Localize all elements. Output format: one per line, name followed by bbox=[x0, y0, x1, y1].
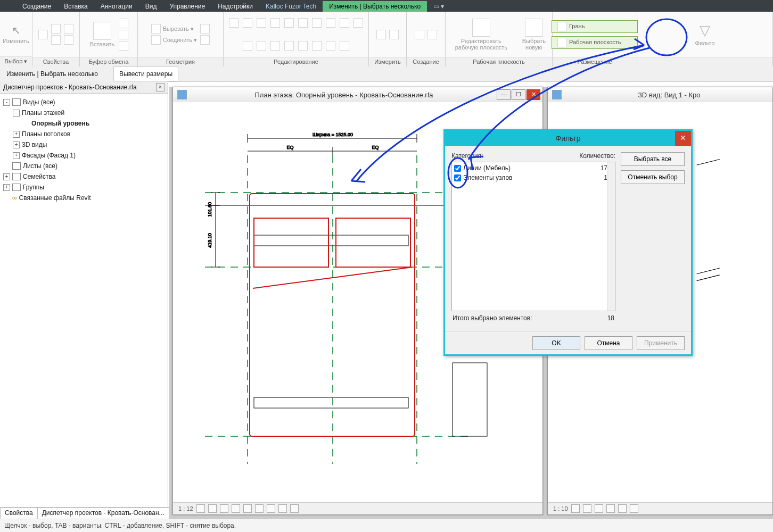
shadows-icon[interactable] bbox=[243, 504, 252, 513]
menu-tab[interactable]: Создание bbox=[16, 1, 57, 12]
crop-icon[interactable] bbox=[618, 504, 627, 513]
shadows-icon[interactable] bbox=[606, 504, 615, 513]
crop-icon[interactable] bbox=[255, 504, 264, 513]
option-button[interactable]: Вывести размеры bbox=[113, 66, 178, 81]
visual-style-icon[interactable] bbox=[220, 504, 228, 513]
tree-item-label[interactable]: Виды (все) bbox=[23, 97, 55, 107]
hide-icon[interactable] bbox=[278, 504, 287, 513]
menu-tab[interactable]: Вставка bbox=[57, 1, 94, 12]
view-titlebar[interactable]: План этажа: Опорный уровень - Кровать-Ос… bbox=[173, 87, 542, 103]
pick-workplane-button[interactable]: Выбрать новую bbox=[520, 19, 548, 51]
reveal-icon[interactable] bbox=[290, 504, 299, 513]
geom-icon[interactable] bbox=[200, 35, 210, 45]
edit-icon[interactable] bbox=[243, 18, 252, 28]
hide-icon[interactable] bbox=[630, 504, 638, 513]
join-geom-button[interactable]: Соединить ▾ bbox=[151, 35, 198, 45]
tree-item-label[interactable]: Группы bbox=[23, 182, 44, 193]
cancel-button[interactable]: Отмена bbox=[585, 336, 632, 350]
modify-button[interactable]: ↖Изменить bbox=[3, 24, 29, 44]
edit-icon[interactable] bbox=[257, 41, 266, 51]
tree-item-label[interactable]: Связанные файлы Revit bbox=[19, 193, 91, 203]
prop-icon[interactable] bbox=[51, 35, 61, 45]
edit-icon[interactable] bbox=[353, 18, 363, 28]
edit-icon[interactable] bbox=[270, 41, 280, 51]
prop-icon[interactable] bbox=[64, 35, 73, 45]
edit-icon[interactable] bbox=[257, 18, 266, 28]
close-icon[interactable]: ✕ bbox=[675, 131, 691, 146]
menu-tab[interactable]: Надстройки bbox=[211, 1, 259, 12]
dialog-titlebar[interactable]: Фильтр ✕ bbox=[445, 131, 691, 146]
place-workplane-button[interactable]: Рабочая плоскость bbox=[552, 36, 638, 49]
cut-icon[interactable] bbox=[119, 19, 128, 28]
menu-tab[interactable]: Kalloc Fuzor Tech bbox=[259, 1, 323, 12]
edit-icon[interactable] bbox=[284, 41, 294, 51]
menu-tab-active[interactable]: Изменить | Выбрать несколько bbox=[323, 1, 427, 12]
edit-icon[interactable] bbox=[326, 41, 335, 51]
copy-icon[interactable] bbox=[119, 30, 128, 39]
category-checkbox[interactable] bbox=[454, 165, 461, 172]
apply-button[interactable]: Применить bbox=[637, 336, 685, 350]
place-face-button[interactable]: Грань bbox=[552, 20, 638, 33]
menu-tab[interactable]: Вид bbox=[139, 1, 163, 12]
paste-button[interactable]: Вставить bbox=[89, 22, 116, 47]
tree-item-label[interactable]: Опорный уровень bbox=[31, 118, 89, 129]
edit-icon[interactable] bbox=[340, 41, 349, 51]
edit-icon[interactable] bbox=[229, 18, 239, 28]
cut-geom-button[interactable]: Вырезать ▾ bbox=[151, 24, 198, 34]
tree-item-label[interactable]: 3D виды bbox=[22, 139, 47, 150]
expand-icon[interactable]: + bbox=[13, 142, 20, 148]
measure-icon[interactable] bbox=[389, 30, 399, 39]
tree-item-label[interactable]: Листы (все) bbox=[23, 161, 57, 171]
prop-icon[interactable] bbox=[51, 24, 61, 34]
edit-icon[interactable] bbox=[298, 18, 308, 28]
tree-item-label[interactable]: Фасады (Фасад 1) bbox=[22, 150, 76, 161]
tree-item-label[interactable]: Семейства bbox=[23, 171, 55, 182]
menu-tab-extra[interactable]: ▭ ▾ bbox=[427, 1, 450, 12]
view-scale[interactable]: 1 : 10 bbox=[553, 505, 568, 512]
minimize-icon[interactable]: — bbox=[497, 89, 511, 100]
menu-tab[interactable]: Управление bbox=[163, 1, 211, 12]
view-scale[interactable]: 1 : 12 bbox=[178, 505, 193, 512]
measure-icon[interactable] bbox=[376, 30, 386, 39]
scale-icon[interactable] bbox=[196, 504, 205, 513]
menu-tab[interactable]: Аннотации bbox=[94, 1, 139, 12]
category-row[interactable]: Элементы узлов1 bbox=[453, 173, 607, 182]
category-row[interactable]: Линии (Мебель)17 bbox=[453, 163, 607, 173]
edit-icon[interactable] bbox=[284, 18, 294, 28]
edit-icon[interactable] bbox=[312, 18, 322, 28]
tree-item-label[interactable]: Планы этажей bbox=[22, 107, 64, 118]
crop-vis-icon[interactable] bbox=[267, 504, 275, 513]
edit-icon[interactable] bbox=[298, 41, 308, 51]
maximize-icon[interactable]: ☐ bbox=[512, 89, 525, 100]
detail-level-icon[interactable] bbox=[571, 504, 580, 513]
filter-button[interactable]: ▽Фильтр bbox=[692, 22, 718, 46]
geom-icon[interactable] bbox=[200, 24, 210, 34]
prop-icon[interactable] bbox=[38, 30, 48, 39]
select-all-button[interactable]: Выбрать все bbox=[621, 152, 685, 166]
tab-browser[interactable]: Диспетчер проектов - Кровать-Основан... bbox=[37, 508, 169, 519]
category-list[interactable]: Линии (Мебель)17Элементы узлов1 bbox=[451, 162, 615, 311]
visual-style-icon[interactable] bbox=[583, 504, 591, 513]
expand-icon[interactable]: - bbox=[3, 99, 10, 106]
edit-icon[interactable] bbox=[340, 18, 349, 28]
close-icon[interactable]: × bbox=[156, 83, 165, 92]
expand-icon[interactable]: + bbox=[13, 131, 20, 138]
detail-level-icon[interactable] bbox=[208, 504, 217, 513]
sun-path-icon[interactable] bbox=[595, 504, 603, 513]
edit-workplane-button[interactable]: Редактировать рабочую плоскость bbox=[450, 19, 513, 51]
create-icon[interactable] bbox=[415, 30, 424, 39]
edit-icon[interactable] bbox=[326, 18, 335, 28]
expand-icon[interactable]: + bbox=[3, 184, 10, 191]
deselect-all-button[interactable]: Отменить выбор bbox=[621, 170, 685, 184]
prop-icon[interactable] bbox=[64, 24, 73, 34]
view-titlebar[interactable]: 3D вид: Вид 1 - Кро bbox=[548, 87, 772, 103]
ok-button[interactable]: OK bbox=[532, 336, 580, 350]
browser-tree[interactable]: -Виды (все)-Планы этажейОпорный уровень+… bbox=[0, 94, 168, 519]
tree-item-label[interactable]: Планы потолков bbox=[22, 129, 70, 139]
expand-icon[interactable]: + bbox=[13, 152, 20, 159]
edit-icon[interactable] bbox=[243, 41, 252, 51]
edit-icon[interactable] bbox=[270, 18, 280, 28]
expand-icon[interactable]: + bbox=[3, 173, 10, 180]
expand-icon[interactable]: - bbox=[13, 110, 20, 117]
edit-icon[interactable] bbox=[312, 41, 322, 51]
